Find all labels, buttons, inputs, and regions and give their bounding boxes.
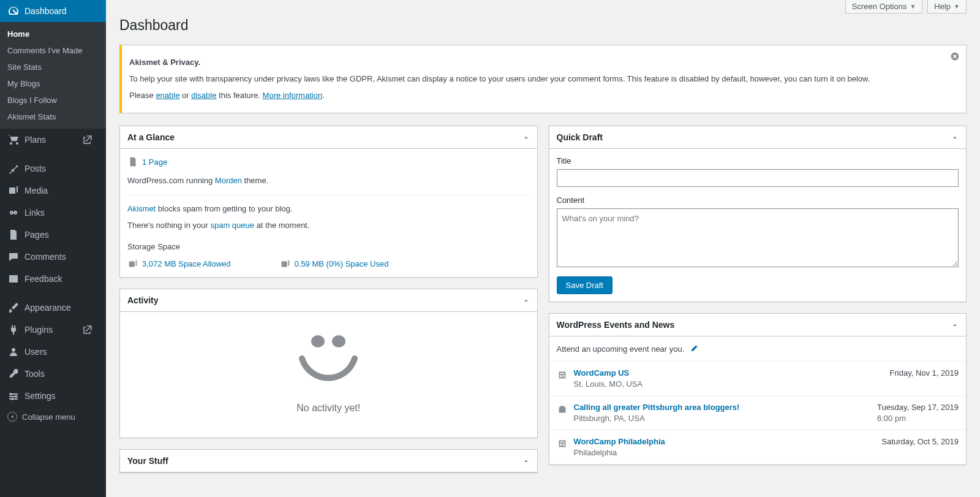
settings-icon (7, 390, 20, 402)
menu-posts[interactable]: Posts (0, 157, 106, 180)
dismiss-icon[interactable] (950, 51, 960, 61)
svg-point-2 (332, 335, 345, 347)
event-link[interactable]: Calling all greater Pittsburgh area blog… (574, 403, 740, 412)
plug-icon (7, 324, 20, 336)
page-title: Dashboard (119, 17, 967, 34)
toggle-up-icon[interactable] (522, 297, 530, 304)
menu-tools[interactable]: Tools (0, 363, 106, 385)
menu-links[interactable]: Links (0, 202, 106, 224)
akismet-privacy-notice: Akismet & Privacy. To help your site wit… (119, 45, 967, 113)
menu-dashboard[interactable]: Dashboard (0, 0, 106, 22)
menu-dashboard-label: Dashboard (24, 6, 67, 16)
wordcamp-icon (557, 370, 568, 381)
collapse-menu-label: Collapse menu (22, 412, 75, 422)
comments-icon (7, 251, 20, 263)
event-date: Tuesday, Sep 17, 2019 (877, 403, 959, 412)
enable-link[interactable]: enable (156, 91, 179, 100)
events-list: WordCamp US St. Louis, MO, USA Friday, N… (549, 362, 967, 465)
help-button[interactable]: Help▼ (927, 0, 967, 13)
submenu-my-blogs[interactable]: My Blogs (0, 75, 106, 92)
submenu-home[interactable]: Home (0, 26, 106, 42)
event-item: WordCamp US St. Louis, MO, USA Friday, N… (549, 362, 967, 396)
menu-media[interactable]: Media (0, 180, 106, 202)
menu-posts-label: Posts (24, 164, 46, 173)
notice-actions: Please enable or disable this feature. M… (129, 89, 959, 102)
menu-comments-label: Comments (24, 252, 66, 262)
menu-plans[interactable]: Plans (0, 129, 106, 151)
spam-queue-link[interactable]: spam queue (210, 221, 254, 230)
activity-title: Activity (127, 295, 159, 305)
svg-point-1 (311, 335, 325, 347)
toggle-up-icon[interactable] (951, 134, 959, 141)
draft-title-input[interactable] (557, 169, 959, 187)
akismet-link[interactable]: Akismet (127, 204, 156, 213)
media-icon (127, 259, 138, 270)
more-info-link[interactable]: More information (263, 91, 323, 100)
event-link[interactable]: WordCamp Philadelphia (574, 437, 665, 446)
main-content: Screen Options▼ Help▼ Dashboard Akismet … (106, 0, 980, 497)
menu-settings[interactable]: Settings (0, 385, 106, 407)
menu-links-label: Links (24, 208, 45, 218)
menu-tools-label: Tools (24, 369, 45, 379)
toggle-up-icon[interactable] (522, 134, 530, 141)
menu-appearance-label: Appearance (24, 303, 71, 313)
external-link-icon (81, 134, 94, 146)
menu-plugins[interactable]: Plugins (0, 319, 106, 341)
submenu-akismet-stats[interactable]: Akismet Stats (0, 108, 106, 125)
theme-link[interactable]: Morden (215, 176, 242, 185)
media-icon (280, 259, 291, 270)
collapse-menu-button[interactable]: Collapse menu (0, 407, 106, 427)
submenu-blogs-i-follow[interactable]: Blogs I Follow (0, 92, 106, 108)
space-allowed-link[interactable]: 3,072 MB Space Allowed (142, 259, 231, 268)
event-date: Friday, Nov 1, 2019 (890, 368, 959, 377)
storage-space-label: Storage Space (127, 241, 530, 254)
submenu-site-stats[interactable]: Site Stats (0, 59, 106, 75)
menu-users[interactable]: Users (0, 341, 106, 363)
collapse-icon (7, 412, 17, 422)
space-used-link[interactable]: 0.59 MB (0%) Space Used (295, 259, 389, 268)
submenu-comments-ive-made[interactable]: Comments I've Made (0, 42, 106, 59)
event-date: Saturday, Oct 5, 2019 (882, 437, 959, 446)
activity-widget: Activity No activity yet! (119, 289, 538, 439)
disable-link[interactable]: disable (191, 91, 216, 100)
dashboard-submenu: Home Comments I've Made Site Stats My Bl… (0, 22, 106, 129)
caret-down-icon: ▼ (954, 3, 960, 10)
your-stuff-widget: Your Stuff (119, 449, 538, 473)
links-icon (7, 207, 20, 219)
wp-version-text: WordPress.com running Morden theme. (127, 175, 530, 188)
quick-draft-title: Quick Draft (557, 132, 603, 142)
page-icon (127, 156, 138, 167)
menu-pages[interactable]: Pages (0, 224, 106, 246)
events-news-title: WordPress Events and News (557, 320, 675, 330)
at-a-glance-widget: At a Glance 1 Page WordPress.com running… (119, 126, 538, 277)
draft-content-label: Content (557, 195, 959, 205)
meetup-icon (557, 404, 568, 415)
spam-queue-text: There's nothing in your spam queue at th… (127, 219, 530, 232)
admin-sidebar: Dashboard Home Comments I've Made Site S… (0, 0, 106, 497)
save-draft-button[interactable]: Save Draft (557, 276, 612, 294)
at-a-glance-title: At a Glance (127, 132, 175, 142)
wrench-icon (7, 368, 20, 380)
smiley-icon (295, 328, 362, 389)
notice-body: To help your site with transparency unde… (129, 73, 959, 86)
event-location: St. Louis, MO, USA (574, 379, 643, 389)
event-link[interactable]: WordCamp US (574, 368, 630, 377)
help-label: Help (934, 2, 951, 11)
page-count-link[interactable]: 1 Page (142, 157, 167, 167)
menu-plans-label: Plans (24, 135, 46, 145)
dashboard-icon (7, 5, 20, 17)
wordcamp-icon (557, 438, 568, 449)
toggle-up-icon[interactable] (522, 457, 530, 465)
draft-content-textarea[interactable] (557, 208, 959, 267)
event-location: Pittsburgh, PA, USA (574, 414, 740, 423)
feedback-icon (7, 273, 20, 285)
media-icon (7, 184, 20, 197)
screen-options-button[interactable]: Screen Options▼ (845, 0, 923, 13)
pencil-icon[interactable] (689, 344, 699, 354)
quick-draft-widget: Quick Draft Title Content Save Draft (549, 126, 967, 302)
toggle-up-icon[interactable] (951, 321, 959, 328)
menu-comments[interactable]: Comments (0, 246, 106, 268)
menu-feedback[interactable]: Feedback (0, 268, 106, 290)
menu-plugins-label: Plugins (24, 325, 53, 335)
menu-appearance[interactable]: Appearance (0, 297, 106, 319)
